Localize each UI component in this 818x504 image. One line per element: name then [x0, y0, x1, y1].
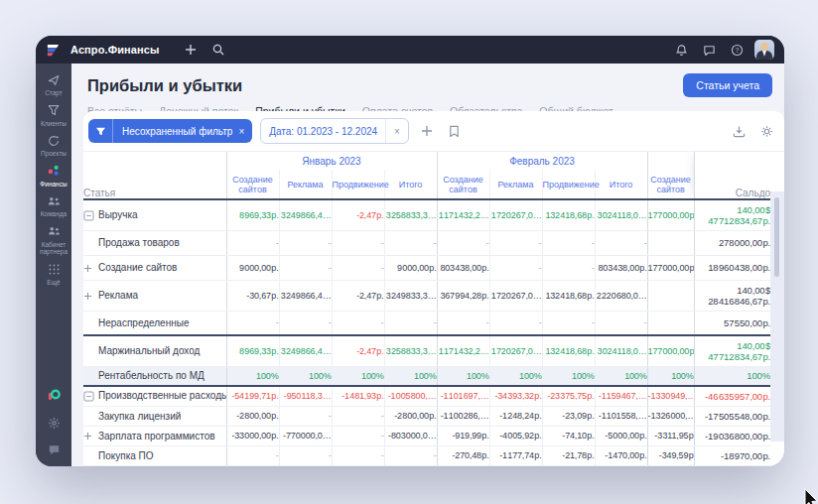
value-cell: -1 326 000,… [647, 406, 694, 426]
filter-funnel-icon[interactable] [88, 119, 113, 143]
value-cell: 3 249 866,4… [279, 280, 332, 311]
value-cell: -770 000,0… [279, 426, 332, 445]
table-row[interactable]: Производственные расходы-54 199,71 р.-95… [83, 386, 770, 406]
remove-unsaved-filter-icon[interactable]: × [236, 126, 252, 137]
aspro-cloud-logo-icon[interactable] [47, 388, 62, 407]
search-icon[interactable] [208, 40, 228, 60]
value-cell: - [542, 255, 595, 280]
value-cell: - [279, 230, 332, 255]
add-filter-icon[interactable] [417, 121, 437, 141]
value-cell: -30,67 р. [226, 280, 279, 311]
vertical-scrollbar-track[interactable] [770, 191, 784, 441]
value-cell: - [437, 311, 489, 335]
column-subheader[interactable]: Создание сайтов [437, 170, 489, 199]
value-cell: - [542, 230, 595, 255]
column-subheader[interactable]: Продвижение [332, 170, 384, 199]
sidebar-item-clients[interactable]: Клиенты [36, 103, 71, 128]
row-label-cell: Реклама [83, 280, 226, 311]
value-cell: 100% [595, 366, 647, 386]
save-filter-bookmark-icon[interactable] [445, 121, 465, 141]
table-row[interactable]: Рентабельность по МД100%100%100%100%100%… [83, 366, 770, 386]
feedback-bubble-icon[interactable] [48, 442, 61, 460]
table-row[interactable]: Создание сайтов9 000,00 р.--9 000,00 р.8… [83, 255, 770, 280]
value-cell: 9 000,00 р. [384, 255, 437, 280]
table-row[interactable]: Закупка лицензий-2 800,00 р.---2 800,00 … [83, 406, 770, 426]
sidebar-item-partner-cabinet[interactable]: Кабинет партнера [36, 224, 71, 256]
help-icon[interactable]: ? [727, 40, 747, 60]
column-subheader[interactable]: Создание сайтов [647, 170, 694, 199]
table-row[interactable]: Покупка ПО-----270,48 р.-1 177,74 р.-21,… [83, 445, 770, 465]
value-cell: 9 000,00 р. [226, 255, 279, 280]
value-cell: - [384, 311, 437, 335]
sidebar-item-more[interactable]: Ещё [36, 262, 71, 287]
row-label: Реклама [98, 290, 138, 301]
column-subheader[interactable]: Реклама [279, 170, 332, 199]
value-cell: 3 258 833,3… [384, 199, 437, 230]
value-cell: -803 000,0… [384, 426, 437, 445]
value-cell: 132 418,68 р. [542, 280, 595, 311]
settings-gear-icon[interactable] [48, 416, 61, 434]
value-cell: -1 248,24 р. [489, 406, 542, 426]
create-plus-icon[interactable] [181, 40, 201, 60]
value-cell: -2 800,00 р. [226, 406, 279, 426]
value-cell: -270,48 р. [437, 445, 489, 465]
column-subheader[interactable]: Итого [384, 170, 437, 199]
value-cell: -33 000,00 р. [226, 426, 279, 445]
messages-icon[interactable] [699, 40, 719, 60]
value-cell: - [595, 311, 647, 335]
table-row[interactable]: Реклама-30,67 р.3 249 866,4…-2,47 р.3 24… [83, 280, 770, 311]
collapse-row-icon[interactable] [83, 391, 98, 402]
table-row[interactable]: Зарплата программистов-33 000,00 р.-770 … [83, 426, 770, 445]
value-cell: 1 171 432,2… [437, 199, 489, 230]
value-cell: - [279, 445, 332, 465]
expand-row-icon[interactable] [83, 264, 98, 273]
value-cell: 3 249 833,3… [384, 280, 437, 311]
row-label-cell: Продажа товаров [83, 230, 226, 255]
row-label-cell: Маржинальный доход [83, 335, 226, 366]
vertical-scrollbar-thumb[interactable] [774, 197, 779, 277]
app-name: Аспро.Финансы [70, 44, 159, 56]
date-filter-chip[interactable]: Дата: 01.2023 - 12.2024 × [260, 118, 409, 144]
saldo-cell: -46 635 957,00 р. [694, 386, 770, 406]
sidebar-item-start[interactable]: Старт [36, 72, 71, 97]
value-cell: 100% [226, 366, 279, 386]
unsaved-filter-chip[interactable]: Несохраненный фильтр × [88, 119, 252, 143]
month-group-header-0[interactable]: Январь 2023 [226, 152, 437, 170]
user-avatar[interactable] [754, 40, 774, 60]
collapse-row-icon[interactable] [83, 210, 98, 221]
value-cell: 100% [332, 366, 384, 386]
value-cell: -34 393,32 р. [489, 386, 542, 406]
month-group-header-1[interactable]: Февраль 2023 [437, 152, 647, 170]
value-cell: -2,47 р. [332, 280, 384, 311]
value-cell: - [226, 230, 279, 255]
sidebar-item-finance[interactable]: Финансы [36, 164, 71, 189]
expand-row-icon[interactable] [83, 432, 98, 441]
column-subheader[interactable]: Создание сайтов [226, 170, 279, 199]
accounting-items-button[interactable]: Статьи учета [683, 73, 772, 97]
notifications-bell-icon[interactable] [671, 40, 691, 60]
mouse-cursor [804, 488, 818, 504]
value-cell: -1 101 697,… [437, 386, 489, 406]
app-logo-icon[interactable] [46, 43, 61, 58]
expand-row-icon[interactable] [83, 292, 98, 301]
value-cell: -919,99 р. [437, 426, 489, 445]
column-subheader[interactable]: Продвижение [542, 170, 595, 199]
value-cell: - [332, 230, 384, 255]
remove-date-filter-icon[interactable]: × [385, 119, 408, 143]
table-row[interactable]: Выручка8 969,33 р.3 249 866,4…-2,47 р.3 … [83, 199, 770, 230]
value-cell: -5 000,00 р. [595, 426, 647, 445]
sidebar-item-projects[interactable]: Проекты [36, 133, 71, 158]
value-cell: - [279, 311, 332, 335]
saldo-cell: 140,00 $28 416 846,67 р. [694, 280, 770, 311]
value-cell: - [489, 311, 542, 335]
export-download-icon[interactable] [729, 121, 749, 141]
table-settings-gear-icon[interactable] [756, 121, 776, 141]
table-row[interactable]: Маржинальный доход8 969,33 р.3 249 866,4… [83, 335, 770, 366]
sidebar-item-team[interactable]: Команда [36, 193, 71, 218]
column-subheader[interactable]: Итого [595, 170, 647, 199]
table-row[interactable]: Нераспределенные--------57 550,00 р. [83, 311, 770, 335]
column-subheader[interactable]: Реклама [489, 170, 542, 199]
table-row[interactable]: Продажа товаров--------278 000,00 р. [83, 230, 770, 255]
value-cell: 1 720 267,0… [489, 199, 542, 230]
clients-icon [47, 103, 61, 118]
